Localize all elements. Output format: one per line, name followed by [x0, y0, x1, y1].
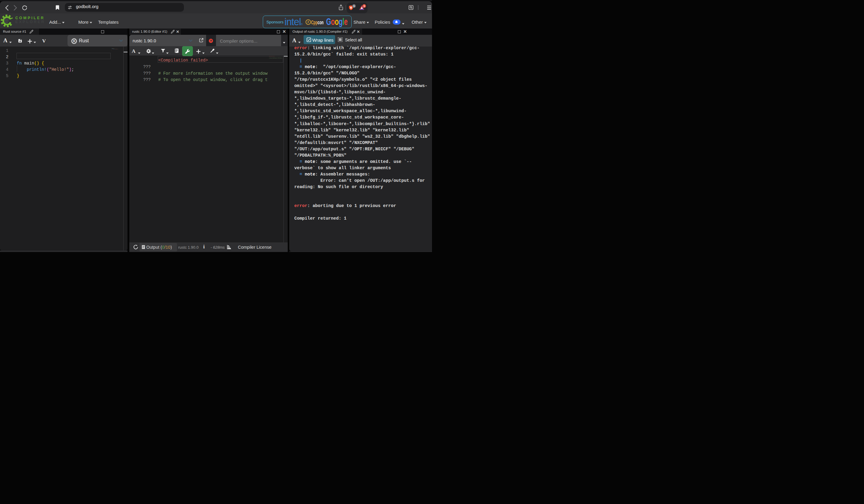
svg-text:#: #	[308, 21, 309, 24]
svg-text:R: R	[73, 39, 75, 43]
